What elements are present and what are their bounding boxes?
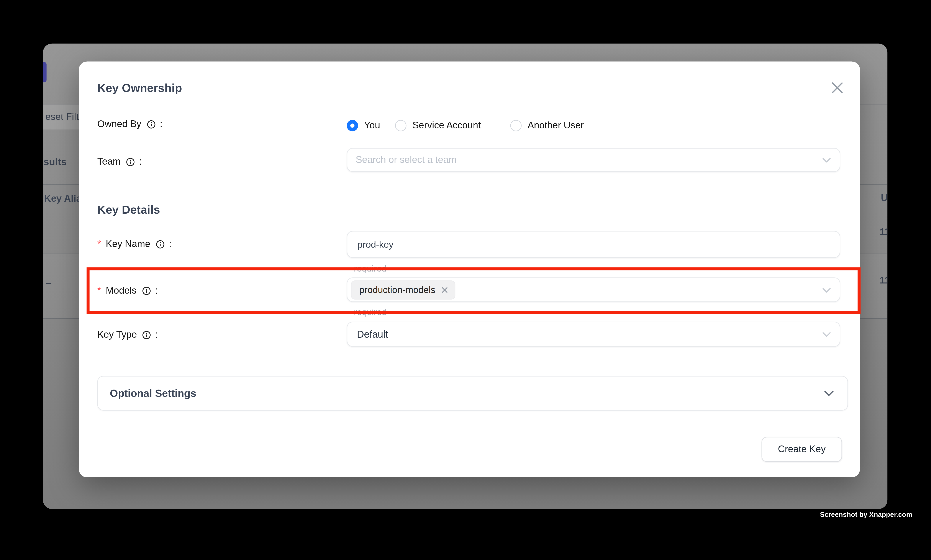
chevron-down-icon [822,284,831,295]
table-row-key-alias: – [46,277,51,288]
selected-model-tag: production-models [351,280,455,300]
info-icon [147,120,155,129]
info-icon [156,240,165,249]
close-icon [831,82,843,94]
modal-title: Key Ownership [97,81,182,95]
info-icon [142,286,151,295]
radio-owned-by-service-account[interactable]: Service Account [395,118,481,132]
key-type-label: Key Type : [97,329,158,340]
radio-owned-by-you[interactable]: You [347,118,380,132]
radio-selected-icon [347,120,358,131]
reset-filters-label-partial: eset Filt [45,111,79,122]
watermark-text: Screenshot by Xnapper.com [820,511,894,518]
models-select[interactable]: production-models [347,277,840,302]
info-icon [126,157,135,166]
chevron-down-icon [824,388,834,398]
key-name-value: prod-key [357,239,394,250]
team-label: Team : [97,156,142,167]
close-button[interactable] [826,76,849,99]
models-label: * Models : [97,285,158,296]
create-key-modal: Key Ownership Owned By : You Service Acc… [79,62,860,477]
column-header-key-alias: Key Alia [44,193,82,204]
radio-owned-by-another-user[interactable]: Another User [510,118,584,132]
info-icon [142,330,151,339]
radio-unselected-icon [510,120,522,131]
selected-model-tag-label: production-models [359,285,435,295]
radio-unselected-icon [395,120,406,131]
table-row-updated: 11/ [880,275,887,286]
team-select-placeholder: Search or select a team [356,155,457,166]
optional-settings-title: Optional Settings [110,387,196,400]
table-row-key-alias: – [46,226,51,237]
required-mark: * [97,239,101,250]
results-count-partial: sults [44,156,66,168]
team-select[interactable]: Search or select a team [347,148,840,172]
chevron-down-icon [822,329,831,340]
table-row-updated: 11/ [880,227,887,237]
chevron-down-icon [822,155,831,166]
column-header-updated: Up [881,193,887,204]
models-validation-hint: required [354,307,387,317]
screenshot-stage: eset Filt sults Key Alia Up – 11/ – 11/ … [0,0,931,560]
background-primary-button-fragment [43,62,47,82]
key-type-value: Default [357,329,388,340]
key-name-input[interactable]: prod-key [347,231,840,258]
key-name-label: * Key Name : [97,239,171,250]
create-key-button[interactable]: Create Key [762,437,842,462]
owned-by-label: Owned By : [97,119,163,130]
key-name-validation-hint: required [354,263,387,273]
tag-remove-icon[interactable] [441,286,448,294]
key-type-select[interactable]: Default [347,322,840,347]
key-details-title: Key Details [97,203,160,217]
required-mark: * [97,285,101,296]
optional-settings-toggle[interactable]: Optional Settings [97,376,848,411]
